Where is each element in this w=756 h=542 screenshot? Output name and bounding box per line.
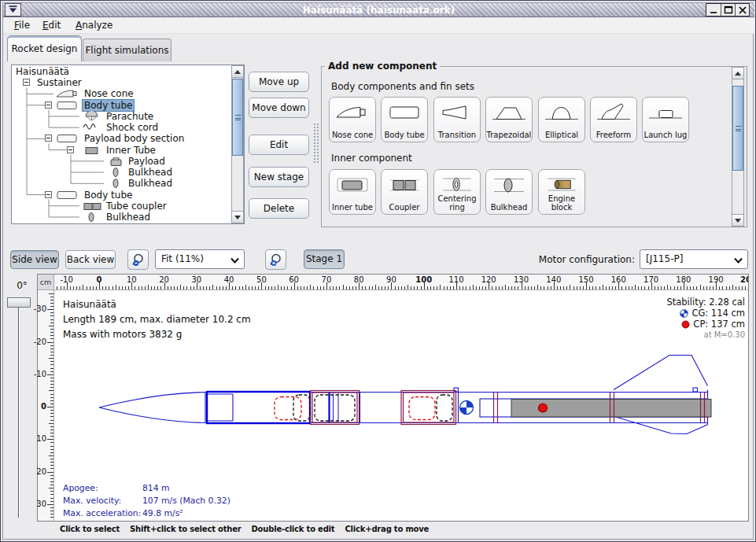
palette-scrollbar-thumb[interactable] (732, 86, 743, 171)
menu-edit[interactable]: Edit (42, 20, 61, 31)
side-view-button[interactable]: Side view (10, 250, 59, 269)
nosecone-icon (334, 101, 371, 124)
expand-toggle[interactable] (67, 146, 74, 153)
status-hint: Double-click to edit (252, 522, 335, 536)
tree-item-shock-cord[interactable]: Shock cord (12, 122, 232, 133)
bulkhead-icon (81, 212, 105, 224)
add-launch-lug-button[interactable]: Launch lug (642, 97, 689, 142)
motor-configuration-label: Motor configuration: (512, 250, 635, 269)
tree-item-parachute[interactable]: Parachute (12, 111, 232, 122)
add-transition-button[interactable]: Transition (433, 97, 481, 142)
rocket-info: Haisunäätä Length 189 cm, max. diameter … (63, 297, 251, 342)
stage-1-button[interactable]: Stage 1 (304, 249, 345, 269)
freeform-icon (596, 101, 632, 124)
add-inner-tube-button[interactable]: Inner tube (329, 169, 376, 215)
expand-toggle[interactable] (45, 191, 52, 198)
motor-configuration-combo[interactable]: [J115-P] (640, 249, 748, 269)
tab-rocket-design[interactable]: Rocket design (7, 35, 82, 61)
back-view-button[interactable]: Back view (65, 250, 116, 269)
tree-scrollbar-up[interactable] (232, 66, 243, 78)
flight-info-row: Apogee:814 m (63, 482, 230, 495)
cp-icon (681, 320, 690, 329)
component-group-label: Body components and fin sets (331, 81, 474, 92)
add-nose-cone-button[interactable]: Nose cone (329, 97, 376, 142)
zoom-out-button[interactable] (127, 249, 149, 270)
add-component-title: Add new component (325, 61, 440, 72)
palette-scrollbar-up[interactable] (732, 68, 743, 79)
tree-item-label: Nose cone (84, 88, 134, 99)
cg-marker (460, 401, 474, 415)
tree-item-bulkhead[interactable]: Bulkhead (12, 167, 232, 178)
window-title: Haisunäätä (haisunaata.ork) (3, 5, 754, 16)
status-hint: Click to select (60, 522, 120, 536)
transition-icon (439, 101, 475, 124)
tree-item-label: Bulkhead (128, 167, 172, 178)
tree-item-nose-cone[interactable]: Nose cone (12, 88, 232, 99)
menu-analyze[interactable]: Analyze (76, 20, 112, 31)
component-group-label: Inner component (331, 153, 412, 164)
tree-item-label: Tube coupler (106, 201, 167, 212)
innertube-icon (334, 173, 371, 197)
cp-marker (539, 404, 548, 412)
tree-item-inner-tube[interactable]: Inner Tube (12, 145, 232, 156)
palette-scrollbar-down[interactable] (732, 214, 743, 226)
add-elliptical-button[interactable]: Elliptical (538, 97, 585, 142)
titlebar[interactable]: Haisunäätä (haisunaata.ork) (3, 3, 754, 17)
tree-item-bulkhead[interactable]: Bulkhead (12, 212, 232, 223)
launchlug-icon (647, 101, 684, 124)
expand-toggle[interactable] (45, 135, 52, 142)
edit-button[interactable]: Edit (249, 135, 309, 155)
move-up-button[interactable]: Move up (249, 72, 309, 92)
expand-toggle[interactable] (23, 79, 30, 86)
tree-item-label: Bulkhead (106, 212, 150, 223)
cg-icon (680, 309, 688, 318)
splitter-grip[interactable] (313, 123, 320, 164)
coupler-icon (386, 173, 422, 197)
palette-scrollbar[interactable] (732, 67, 744, 227)
rotation-angle-label: 0° (9, 278, 35, 293)
tree-item-sustainer[interactable]: Sustainer (12, 77, 232, 88)
add-body-tube-button[interactable]: Body tube (381, 97, 428, 142)
add-freeform-button[interactable]: Freeform (590, 97, 637, 142)
rocket-canvas[interactable]: Haisunäätä Length 189 cm, max. diameter … (55, 291, 748, 521)
tree-scrollbar-down[interactable] (232, 211, 243, 223)
minimize-button[interactable] (706, 4, 721, 16)
engineblock-icon (544, 173, 580, 195)
trapezoidal-icon (491, 101, 527, 124)
flight-info-row: Max. acceleration:49.8 m/s² (63, 507, 230, 520)
menu-file[interactable]: File (14, 20, 30, 31)
component-tree: HaisunäätäSustainerNose coneBody tubePar… (11, 65, 245, 224)
delete-button[interactable]: Delete (249, 198, 309, 219)
expand-toggle[interactable] (45, 101, 52, 109)
rotation-slider-thumb[interactable] (7, 297, 31, 308)
rotation-slider-track (18, 308, 20, 518)
zoom-in-button[interactable] (265, 249, 286, 270)
close-button[interactable] (735, 4, 749, 16)
flight-info-row: Max. velocity:107 m/s (Mach 0.32) (63, 495, 230, 507)
bulkheadbig-icon (491, 173, 527, 197)
horizontal-ruler: -100102030405060708090100110120130140150… (54, 275, 748, 290)
add-trapezoidal-button[interactable]: Trapezoidal (485, 97, 533, 142)
move-down-button[interactable]: Move down (249, 98, 309, 118)
zoom-level-combo[interactable]: Fit (11%) (155, 249, 245, 269)
add-centering-ring-button[interactable]: Centering ring (433, 169, 481, 215)
tree-item-payload[interactable]: Payload (12, 156, 232, 167)
status-bar: Click to selectShift+click to select oth… (4, 522, 754, 536)
tree-item-bulkhead[interactable]: Bulkhead (12, 178, 232, 189)
status-hint: Click+drag to move (345, 522, 429, 536)
add-engine-block-button[interactable]: Engine block (538, 169, 585, 215)
tab-flight-simulations[interactable]: Flight simulations (83, 39, 171, 61)
tree-item-label: Payload (128, 156, 165, 167)
tree-item-tube-coupler[interactable]: Tube coupler (12, 201, 232, 212)
add-bulkhead-button[interactable]: Bulkhead (485, 169, 533, 215)
tree-item-payload-body-section[interactable]: Payload body section (12, 133, 232, 144)
maximize-button[interactable] (721, 4, 735, 16)
stability-info: Stability: 2.28 cal CG: 114 cm CP: 137 c… (666, 297, 745, 341)
tree-scrollbar-thumb[interactable] (232, 79, 243, 156)
tree-item-haisunäätä[interactable]: Haisunäätä (12, 66, 232, 77)
add-coupler-button[interactable]: Coupler (381, 169, 428, 215)
tree-item-body-tube[interactable]: Body tube (12, 190, 232, 201)
new-stage-button[interactable]: New stage (249, 167, 309, 187)
tree-scrollbar[interactable] (231, 65, 244, 223)
tree-item-body-tube[interactable]: Body tube (12, 100, 232, 111)
